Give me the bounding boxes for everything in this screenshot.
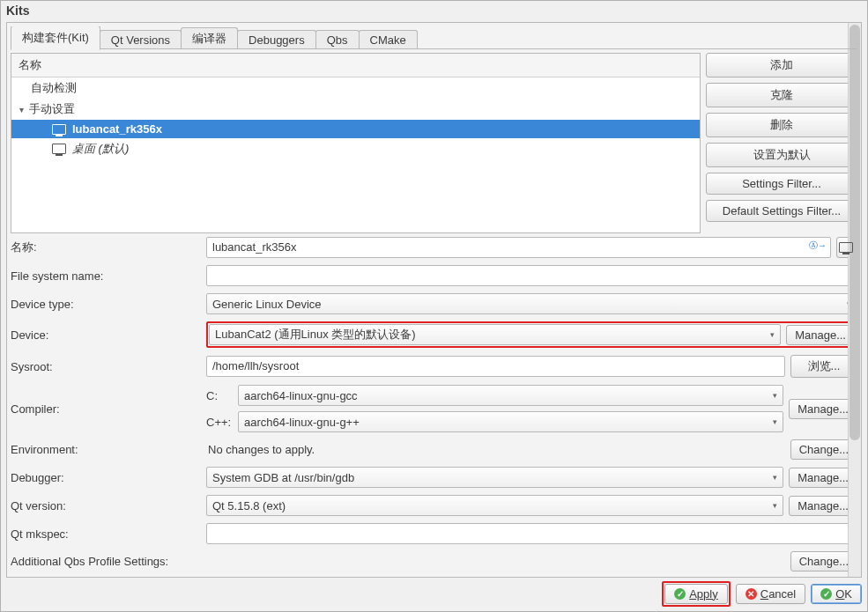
chevron-down-icon: ▾	[17, 105, 26, 114]
qt-mkspec-input[interactable]	[206, 523, 857, 544]
make-default-button[interactable]: 设置为默认	[706, 143, 857, 167]
chevron-down-icon: ▾	[773, 473, 777, 482]
device-select[interactable]: LubanCat2 (通用Linux 类型的默认设备)▾	[209, 324, 781, 345]
device-type-select[interactable]: Generic Linux Device▾	[206, 293, 857, 314]
qbs-settings-label: Additional Qbs Profile Settings:	[11, 555, 201, 568]
qt-mkspec-label: Qt mkspec:	[11, 527, 201, 541]
name-input[interactable]: lubancat_rk356x Ⓐ→	[206, 237, 831, 258]
filesystem-name-label: File system name:	[11, 269, 201, 283]
monitor-icon	[52, 124, 66, 135]
qt-version-label: Qt version:	[11, 499, 201, 512]
window-title: Kits	[1, 1, 867, 20]
device-label: Device:	[11, 328, 201, 342]
compiler-cpp-label: C++:	[206, 416, 233, 429]
tree-group-autodetect[interactable]: 自动检测	[11, 77, 700, 99]
compiler-c-label: C:	[206, 389, 233, 402]
tab-kits[interactable]: 构建套件(Kit)	[11, 26, 100, 50]
tab-qt-versions[interactable]: Qt Versions	[100, 30, 182, 49]
device-manage-button[interactable]: Manage...	[786, 325, 855, 345]
chevron-down-icon: ▾	[770, 330, 775, 339]
tree-item-desktop-default[interactable]: 桌面 (默认)	[11, 138, 700, 159]
debugger-select[interactable]: System GDB at /usr/bin/gdb▾	[206, 467, 783, 488]
settings-filter-button[interactable]: Settings Filter...	[706, 173, 857, 195]
default-settings-filter-button[interactable]: Default Settings Filter...	[706, 200, 857, 222]
name-label: 名称:	[11, 240, 201, 255]
chevron-down-icon: ▾	[773, 391, 777, 400]
chevron-down-icon: ▾	[773, 501, 777, 510]
clone-button[interactable]: 克隆	[706, 83, 857, 107]
compiler-cpp-select[interactable]: aarch64-linux-gnu-g++▾	[238, 411, 783, 432]
device-type-label: Device type:	[11, 298, 201, 311]
cancel-button[interactable]: ✕ Cancel	[736, 584, 805, 604]
scrollbar-thumb[interactable]	[849, 25, 860, 440]
apply-button[interactable]: ✓ Apply	[664, 584, 728, 604]
tab-qbs[interactable]: Qbs	[315, 30, 360, 49]
tree-header-name: 名称	[11, 54, 700, 77]
tab-cmake[interactable]: CMake	[359, 30, 418, 49]
environment-text: No changes to apply.	[206, 440, 785, 459]
qbs-settings-text	[206, 559, 785, 564]
compiler-label: Compiler:	[11, 402, 201, 416]
sysroot-label: Sysroot:	[11, 360, 201, 373]
x-circle-icon: ✕	[746, 588, 757, 600]
ok-button[interactable]: ✓ OK	[811, 584, 862, 604]
add-button[interactable]: 添加	[706, 53, 857, 77]
qt-version-select[interactable]: Qt 5.15.8 (ext)▾	[206, 495, 783, 516]
delete-button[interactable]: 删除	[706, 113, 857, 137]
tree-item-lubancat[interactable]: lubancat_rk356x	[11, 120, 700, 138]
vertical-scrollbar[interactable]	[848, 23, 861, 577]
compiler-c-select[interactable]: aarch64-linux-gnu-gcc▾	[238, 385, 783, 406]
check-circle-icon: ✓	[674, 588, 686, 600]
chevron-down-icon: ▾	[773, 417, 777, 426]
environment-label: Environment:	[11, 443, 201, 456]
tree-group-manual[interactable]: ▾ 手动设置	[11, 99, 700, 120]
tab-debuggers[interactable]: Debuggers	[237, 30, 316, 49]
kits-tree[interactable]: 名称 自动检测 ▾ 手动设置 lubancat_rk356x	[11, 53, 701, 233]
tab-bar: 构建套件(Kit) Qt Versions 编译器 Debuggers Qbs …	[11, 26, 857, 49]
monitor-icon	[839, 242, 853, 253]
monitor-icon	[52, 144, 66, 154]
check-circle-icon: ✓	[820, 588, 832, 600]
debugger-label: Debugger:	[11, 471, 201, 484]
sysroot-input[interactable]: /home/llh/sysroot	[206, 356, 785, 377]
tab-compilers[interactable]: 编译器	[181, 27, 238, 49]
filesystem-name-input[interactable]	[206, 265, 857, 286]
expand-variables-icon[interactable]: Ⓐ→	[809, 240, 827, 252]
